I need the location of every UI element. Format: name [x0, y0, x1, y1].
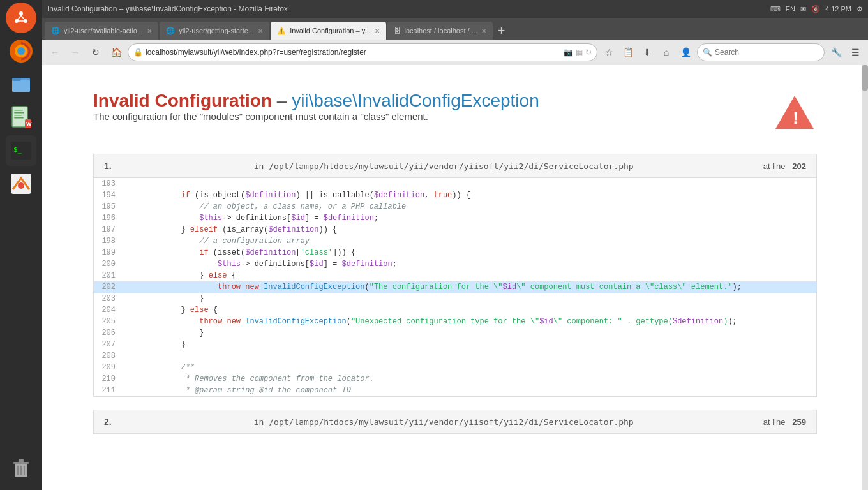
main-content: Invalid Configuration – yii\base\Invalid… [42, 65, 868, 490]
line-num-210: 210 [94, 375, 126, 383]
svg-rect-26 [19, 459, 24, 463]
sidebar-icon-files[interactable] [6, 69, 36, 100]
bookmark-icon[interactable]: ☆ [600, 43, 618, 61]
line-num-209: 209 [94, 363, 126, 372]
clock: 4:12 PM [825, 5, 851, 13]
tab1-favicon: 🌐 [51, 27, 60, 35]
line-content-198: // a configuration array [126, 237, 816, 246]
svg-rect-16 [14, 115, 22, 116]
code-line-206: 206 } [94, 327, 816, 339]
bookmark-star[interactable]: 📷 [564, 48, 573, 57]
svg-rect-12 [12, 78, 21, 81]
line-content-203: } [126, 294, 816, 303]
line-num-211: 211 [94, 386, 126, 395]
browser-tab-1[interactable]: 🌐 yii2-user/available-actio... ✕ [45, 22, 158, 40]
lang-indicator: EN [786, 5, 795, 13]
nav-right-icons: 🔧 ☰ [827, 43, 864, 61]
home-button[interactable]: 🏠 [107, 43, 125, 61]
svg-text:!: ! [793, 108, 798, 128]
home-nav-icon[interactable]: ⌂ [657, 43, 675, 61]
tab4-close[interactable]: ✕ [481, 27, 486, 34]
forward-button[interactable]: → [66, 43, 84, 61]
code-line-198: 198 // a configuration array [94, 235, 816, 247]
line-num-202: 202 [94, 283, 126, 292]
sidebar-icon-writer[interactable]: W [6, 102, 36, 133]
line-num-196: 196 [94, 214, 126, 223]
line-num-195: 195 [94, 202, 126, 211]
trace-line-number-1: 202 [792, 161, 806, 171]
reader-icon[interactable]: ▦ [576, 48, 583, 57]
svg-point-1 [19, 11, 23, 15]
code-line-205: 205 throw new InvalidConfigException("Un… [94, 316, 816, 327]
tab3-label: Invalid Configuration – y... [290, 27, 370, 34]
line-num-208: 208 [94, 352, 126, 360]
sidebar-icon-ubuntu[interactable] [6, 3, 36, 33]
sidebar-icon-mysql[interactable] [6, 168, 36, 199]
profile-icon[interactable]: 👤 [677, 43, 694, 61]
svg-point-23 [18, 182, 24, 189]
address-input[interactable] [146, 48, 561, 57]
line-content-204: } else { [126, 306, 816, 315]
line-content-211: * @param string $id the component ID [126, 386, 816, 395]
code-line-196: 196 $this->_definitions[$id] = $definiti… [94, 212, 816, 224]
window-title: Invalid Configuration – yii\base\Invalid… [47, 4, 288, 13]
trace-file-2: in /opt/lampp/htdocs/mylawsuit/yii/vendo… [254, 417, 634, 427]
tab-bar: 🌐 yii2-user/available-actio... ✕ 🌐 yii2-… [42, 18, 868, 40]
line-content-209: /** [126, 363, 816, 372]
settings-icon[interactable]: ⚙ [857, 5, 863, 13]
extensions-icon[interactable]: 🔧 [827, 43, 845, 61]
search-input[interactable] [715, 48, 819, 57]
code-line-197: 197 } elseif (is_array($definition)) { [94, 224, 816, 235]
search-bar[interactable]: 🔍 [697, 43, 825, 61]
sidebar: W $_ [0, 0, 42, 490]
at-line-label-2: at line [763, 417, 786, 427]
tab1-close[interactable]: ✕ [147, 27, 152, 34]
nav-bar: ← → ↻ 🏠 🔒 📷 ▦ ↻ ☆ 📋 ⬇ ⌂ 👤 🔍 🔧 ☰ [42, 40, 868, 65]
browser-tab-3[interactable]: ⚠️ Invalid Configuration – y... ✕ [271, 22, 385, 40]
tab3-close[interactable]: ✕ [375, 27, 380, 34]
browser-tab-2[interactable]: 🌐 yii2-user/getting-starte... ✕ [160, 22, 269, 40]
download-icon[interactable]: ⬇ [638, 43, 656, 61]
browser-tab-4[interactable]: 🗄 localhost / localhost / ... ✕ [387, 22, 493, 40]
line-content-199: if (isset($definition['class'])) { [126, 248, 816, 257]
code-line-200: 200 $this->_definitions[$id] = $definiti… [94, 258, 816, 270]
sidebar-icon-terminal[interactable]: $_ [6, 135, 36, 166]
line-content-194: if (is_object($definition) || is_callabl… [126, 191, 816, 200]
error-page: Invalid Configuration – yii\base\Invalid… [42, 65, 868, 490]
error-message: The configuration for the "modules" comp… [93, 111, 539, 122]
line-num-193: 193 [94, 179, 126, 188]
tab2-close[interactable]: ✕ [258, 27, 263, 34]
address-bar[interactable]: 🔒 📷 ▦ ↻ [128, 43, 597, 61]
trace-line-number-2: 259 [792, 417, 806, 427]
svg-rect-14 [14, 110, 23, 111]
svg-rect-15 [14, 112, 24, 114]
reload-button[interactable]: ↻ [87, 43, 105, 61]
line-num-198: 198 [94, 237, 126, 246]
line-num-204: 204 [94, 306, 126, 315]
tab2-label: yii2-user/getting-starte... [179, 27, 254, 34]
trace-number-1: 1. [104, 161, 112, 171]
error-header: Invalid Configuration – yii\base\Invalid… [93, 91, 817, 141]
line-num-201: 201 [94, 271, 126, 280]
volume-icon: 🔇 [811, 5, 820, 13]
stack-trace-header-2: 2. in /opt/lampp/htdocs/mylawsuit/yii/ve… [94, 410, 816, 434]
menu-icon[interactable]: ☰ [846, 43, 864, 61]
code-line-211: 211 * @param string $id the component ID [94, 385, 816, 396]
back-button[interactable]: ← [46, 43, 64, 61]
synced-tabs-icon[interactable]: 📋 [619, 43, 637, 61]
new-tab-button[interactable]: + [494, 22, 509, 40]
line-content-195: // an object, a class name, or a PHP cal… [126, 202, 816, 211]
scrollbar-track[interactable] [862, 65, 868, 490]
line-content-210: * Removes the component from the locator… [126, 375, 816, 383]
sidebar-icon-firefox[interactable] [6, 36, 36, 66]
tab4-favicon: 🗄 [394, 27, 401, 34]
line-num-206: 206 [94, 329, 126, 338]
code-block-1: 193 194 if (is_object($definition) || is… [94, 178, 816, 396]
trace-file-1: in /opt/lampp/htdocs/mylawsuit/yii/vendo… [254, 161, 634, 171]
tab2-favicon: 🌐 [166, 27, 175, 35]
refresh-small[interactable]: ↻ [585, 48, 592, 57]
code-line-194: 194 if (is_object($definition) || is_cal… [94, 189, 816, 201]
code-line-199: 199 if (isset($definition['class'])) { [94, 247, 816, 258]
sidebar-icon-trash[interactable] [6, 453, 36, 484]
scrollbar-thumb[interactable] [862, 65, 868, 91]
